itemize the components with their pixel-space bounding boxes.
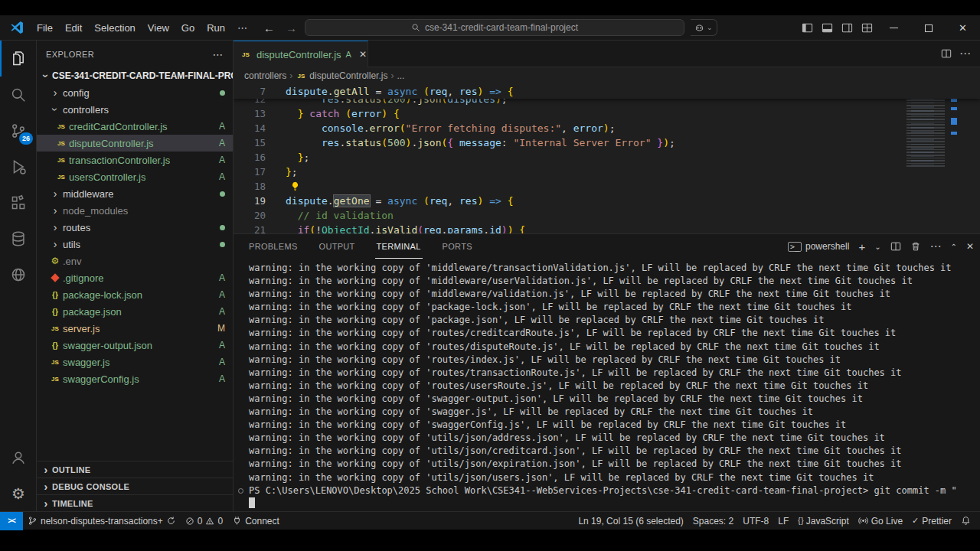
section-outline[interactable]: ›OUTLINE [37, 461, 233, 478]
tree-file-.gitignore[interactable]: .gitignoreA [37, 269, 233, 286]
kill-terminal-icon[interactable] [910, 241, 921, 252]
new-terminal-button[interactable]: + [858, 240, 865, 253]
indentation-item[interactable]: Spaces: 2 [688, 512, 738, 530]
command-decoration-icon[interactable] [238, 488, 243, 494]
explorer-more-actions-icon[interactable]: ⋯ [213, 48, 224, 60]
database-extension-icon[interactable] [0, 220, 37, 256]
panel-tab-ports[interactable]: PORTS [441, 235, 474, 259]
eol-item[interactable]: LF [773, 512, 793, 530]
terminal-profile-item[interactable]: >_ powershell [788, 241, 849, 252]
section-timeline[interactable]: ›TIMELINE [37, 494, 233, 511]
cursor-position-item[interactable]: Ln 19, Col 15 (6 selected) [573, 512, 688, 530]
toggle-secondary-sidebar-button[interactable] [837, 18, 857, 38]
git-branch-item[interactable]: nelson-disputes-transactions+ [23, 512, 181, 530]
menu-edit[interactable]: Edit [59, 20, 88, 36]
remote-indicator[interactable]: >< [0, 512, 23, 530]
editor-more-actions-icon[interactable]: ⋯ [959, 47, 971, 60]
js-file-icon: JS [49, 325, 61, 332]
tree-folder-config[interactable]: ›config [37, 84, 233, 101]
menu-file[interactable]: File [31, 20, 59, 36]
tree-folder-routes[interactable]: ›routes [37, 219, 233, 236]
run-debug-icon[interactable] [0, 148, 37, 184]
tree-file-package.json[interactable]: {}package.jsonA [37, 303, 233, 320]
menu-selection[interactable]: Selection [88, 20, 141, 36]
menu-go[interactable]: Go [175, 20, 201, 36]
back-button[interactable]: ← [263, 21, 275, 34]
command-center-search[interactable]: cse-341-credit-card-team-final-project [305, 19, 684, 36]
panel-tab-problems[interactable]: PROBLEMS [247, 235, 299, 259]
terminal-profile-dropdown-icon[interactable]: ⌄ [874, 243, 880, 251]
explorer-sidebar: EXPLORER ⋯ › CSE-341-CREDIT-CARD-TEAM-FI… [37, 41, 234, 511]
prettier-item[interactable]: ✓ Prettier [907, 512, 956, 530]
code-line-7: 7dispute.getAll = async (req, res) => { [234, 84, 980, 99]
tree-file-.env[interactable]: ⚙.env [37, 253, 233, 269]
tree-file-swagger-output.json[interactable]: {}swagger-output.jsonA [37, 337, 233, 354]
go-live-item[interactable]: Go Live [854, 512, 907, 530]
chevron-icon: › [49, 204, 61, 217]
code-line-20: 20 // id validation [234, 208, 980, 223]
language-mode-item: JavaScript [806, 516, 849, 527]
panel-tab-terminal[interactable]: TERMINAL [375, 235, 423, 259]
tree-file-server.js[interactable]: JSserver.jsM [37, 320, 233, 337]
terminal-warning-line: warning: in the working copy of 'swagger… [249, 406, 980, 419]
toggle-primary-sidebar-button[interactable] [797, 18, 817, 38]
sidebar-bottom-sections: ›OUTLINE›DEBUG CONSOLE›TIMELINE [37, 461, 233, 511]
close-tab-icon[interactable]: ✕ [359, 49, 367, 60]
code-line-15: 15 res.status(500).json({ message: "Inte… [234, 135, 980, 150]
errors-icon [185, 517, 194, 526]
tree-root-folder[interactable]: › CSE-341-CREDIT-CARD-TEAM-FINAL-PROJ... [37, 67, 233, 84]
chevron-right-icon: › [289, 70, 292, 81]
maximize-panel-icon[interactable]: ⌃ [951, 243, 957, 251]
language-status-item[interactable]: { } JavaScript [793, 512, 854, 530]
tree-file-swagger.js[interactable]: JSswagger.jsA [37, 354, 233, 370]
tree-folder-node_modules[interactable]: ›node_modules [37, 202, 233, 219]
tree-file-swaggerConfig.js[interactable]: JSswaggerConfig.jsA [37, 370, 233, 387]
customize-layout-button[interactable] [857, 18, 877, 38]
problems-item[interactable]: 0 0 [181, 512, 227, 530]
live-preview-icon[interactable] [0, 256, 37, 292]
tree-file-package-lock.json[interactable]: {}package-lock.jsonA [37, 286, 233, 303]
code-editor[interactable]: 12 res.status(200).json(disputes);13 } c… [234, 84, 980, 233]
menu-run[interactable]: Run [201, 20, 231, 36]
copilot-menu-button[interactable]: ⌄ [691, 19, 717, 36]
extensions-icon[interactable] [0, 184, 37, 220]
forward-button[interactable]: → [286, 21, 297, 34]
maximize-button[interactable] [911, 15, 946, 41]
search-icon[interactable] [0, 77, 37, 112]
tab-disputeController[interactable]: JS disputeController.js A ✕ [234, 41, 368, 67]
tree-folder-middleware[interactable]: ›middleware [37, 185, 233, 202]
tree-folder-controllers[interactable]: ›controllers [37, 101, 233, 118]
menu-⋯[interactable]: ⋯ [231, 20, 253, 36]
explorer-icon[interactable] [0, 41, 37, 77]
encoding-item[interactable]: UTF-8 [738, 512, 773, 530]
tree-file-usersController.js[interactable]: JSusersController.jsA [37, 168, 233, 185]
section-debug-console[interactable]: ›DEBUG CONSOLE [37, 478, 233, 494]
code-line-16: 16 }; [234, 150, 980, 165]
panel-more-actions-icon[interactable]: ⋯ [930, 240, 942, 253]
notifications-bell-icon[interactable] [956, 512, 975, 530]
close-panel-icon[interactable]: ✕ [966, 241, 974, 252]
breadcrumb[interactable]: controllers › JS disputeController.js › … [234, 67, 980, 84]
account-icon[interactable] [0, 439, 37, 475]
close-window-button[interactable]: ✕ [946, 15, 980, 41]
terminal-warning-line: warning: in the working copy of 'swagger… [249, 419, 980, 432]
tree-file-creditCardController.js[interactable]: JScreditCardController.jsA [37, 118, 233, 135]
source-control-icon[interactable]: 26 [0, 112, 37, 148]
terminal-content[interactable]: warning: in the working copy of 'middlew… [234, 259, 980, 511]
minimize-button[interactable] [877, 15, 911, 41]
split-editor-icon[interactable] [941, 48, 952, 59]
tree-file-disputeController.js[interactable]: JSdisputeController.jsA [37, 135, 233, 152]
lightbulb-icon[interactable] [290, 181, 300, 191]
terminal-warning-line: warning: in the working copy of 'utils/j… [249, 445, 980, 458]
split-terminal-icon[interactable] [890, 241, 901, 252]
settings-gear-icon[interactable]: ⚙ [0, 475, 37, 511]
panel-tab-output[interactable]: OUTPUT [318, 235, 357, 259]
connect-item[interactable]: Connect [227, 512, 284, 530]
toggle-panel-button[interactable] [817, 18, 837, 38]
chevron-down-icon: ⌄ [707, 24, 713, 31]
terminal-cursor-line [249, 497, 980, 510]
git-status-badge: M [217, 323, 225, 334]
tree-file-transactionController.js[interactable]: JStransactionController.jsA [37, 152, 233, 168]
menu-view[interactable]: View [142, 20, 175, 36]
tree-folder-utils[interactable]: ›utils [37, 236, 233, 253]
